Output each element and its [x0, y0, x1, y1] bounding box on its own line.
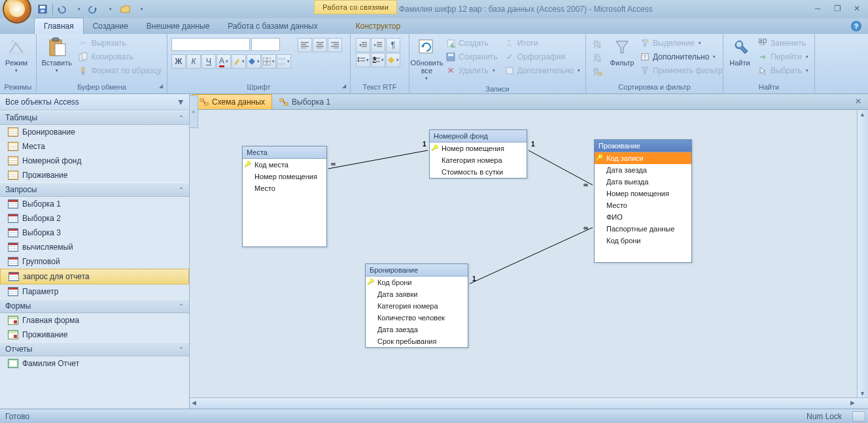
table-field[interactable]: Категория номера: [366, 300, 468, 312]
table-field[interactable]: Дата заявки: [366, 288, 468, 300]
replace-button[interactable]: abЗаменить: [755, 37, 811, 50]
fill-button[interactable]: [247, 54, 261, 69]
table-title[interactable]: Проживание: [595, 140, 691, 152]
save-icon[interactable]: [37, 3, 48, 15]
close-document-button[interactable]: ✕: [855, 97, 864, 106]
nav-header[interactable]: Все объекты Access ⯆: [0, 94, 189, 110]
nav-item[interactable]: Бронирование: [0, 125, 189, 139]
table-field[interactable]: Номер помещения: [430, 143, 527, 154]
font-size-select[interactable]: [251, 38, 280, 51]
table-field[interactable]: Паспортные данные: [595, 223, 691, 235]
goto-button[interactable]: ➜Перейти: [755, 50, 811, 63]
new-record-button[interactable]: +Создать: [443, 37, 500, 50]
alt-row-button[interactable]: [277, 54, 291, 69]
tab-create[interactable]: Создание: [84, 18, 137, 34]
qat-customize-icon[interactable]: [135, 3, 147, 15]
table-field[interactable]: Место: [595, 199, 691, 211]
totals-button[interactable]: ΣИтоги: [502, 37, 583, 50]
indent-increase-button[interactable]: [371, 38, 385, 52]
tab-external-data[interactable]: Внешние данные: [137, 18, 219, 34]
table-title[interactable]: Номерной фонд: [430, 130, 527, 143]
gridlines-button[interactable]: [262, 54, 276, 69]
nav-group-header[interactable]: Запросы: [0, 182, 189, 197]
nav-item[interactable]: Проживание: [0, 328, 189, 342]
relationships-canvas[interactable]: ∞ 1 1 ∞ 1 ∞ МестаКод местаНомер помещени…: [190, 110, 868, 409]
underline-button[interactable]: Ч: [201, 54, 216, 69]
table-field[interactable]: Дата выезда: [595, 176, 691, 188]
redo-dropdown-icon[interactable]: [104, 3, 116, 15]
relationship-table[interactable]: БронированиеКод брониДата заявкиКатегори…: [365, 263, 468, 348]
italic-button[interactable]: К: [186, 54, 201, 69]
indent-decrease-button[interactable]: [356, 38, 370, 52]
nav-item[interactable]: Выборка 3: [0, 226, 189, 240]
undo-icon[interactable]: [57, 3, 69, 15]
nav-item[interactable]: запрос для отчета: [0, 269, 189, 284]
numbering-button[interactable]: 12: [371, 53, 385, 67]
nav-item[interactable]: Места: [0, 139, 189, 154]
nav-item[interactable]: Параметр: [0, 284, 189, 299]
document-tab[interactable]: Схема данных: [192, 94, 272, 109]
table-field[interactable]: Номер помещения: [243, 171, 326, 182]
highlight-button[interactable]: [232, 54, 246, 69]
sort-desc-button[interactable]: ЯА: [590, 52, 606, 65]
save-record-button[interactable]: Сохранить: [443, 50, 500, 63]
table-field[interactable]: Код брони: [595, 235, 691, 246]
table-field[interactable]: ФИО: [595, 211, 691, 223]
nav-item[interactable]: Выборка 1: [0, 197, 189, 211]
table-field[interactable]: Номер помещения: [595, 188, 691, 199]
find-button[interactable]: Найти: [726, 35, 754, 68]
view-switch-button[interactable]: [852, 411, 865, 422]
nav-group-header[interactable]: Формы: [0, 299, 189, 313]
view-button[interactable]: Режим▾: [3, 35, 30, 76]
tab-home[interactable]: Главная: [34, 18, 84, 34]
relationship-table[interactable]: МестаКод местаНомер помещенияМесто: [242, 146, 327, 247]
text-dir-button[interactable]: ¶: [386, 38, 400, 52]
copy-button[interactable]: Копировать: [75, 50, 164, 63]
align-right-button[interactable]: [328, 38, 342, 52]
bullets-button[interactable]: [356, 53, 370, 67]
nav-item[interactable]: Номерной фонд: [0, 154, 189, 168]
font-name-select[interactable]: [171, 38, 250, 51]
table-field[interactable]: Код брони: [366, 277, 468, 288]
nav-item[interactable]: Главная форма: [0, 313, 189, 328]
delete-record-button[interactable]: ✕Удалить: [443, 64, 500, 77]
clear-sort-button[interactable]: АЯ: [590, 65, 606, 78]
redo-icon[interactable]: [88, 3, 100, 15]
table-field[interactable]: Код записи: [595, 152, 691, 164]
tab-design[interactable]: Конструктор: [347, 18, 409, 34]
spelling-button[interactable]: ✓Орфография: [502, 50, 583, 63]
more-records-button[interactable]: Дополнительно: [502, 64, 583, 77]
close-button[interactable]: ✕: [850, 3, 864, 14]
nav-item[interactable]: Проживание: [0, 168, 189, 182]
font-color-button[interactable]: А: [217, 54, 231, 69]
align-center-button[interactable]: [313, 38, 327, 52]
filter-button[interactable]: Фильтр: [608, 35, 636, 68]
table-field[interactable]: Дата заезда: [366, 324, 468, 335]
table-field[interactable]: Дата заезда: [595, 164, 691, 176]
paste-button[interactable]: Вставить▾: [39, 35, 74, 76]
table-field[interactable]: Категория номера: [430, 154, 527, 166]
table-title[interactable]: Места: [243, 146, 326, 159]
open-icon[interactable]: [120, 3, 131, 15]
table-field[interactable]: Стоимость в сутки: [430, 166, 527, 178]
help-icon[interactable]: ?: [851, 21, 861, 31]
relationship-table[interactable]: Номерной фондНомер помещенияКатегория но…: [429, 129, 527, 178]
refresh-all-button[interactable]: Обновить все▾: [412, 35, 442, 84]
nav-item[interactable]: Фамилия Отчет: [0, 356, 189, 371]
bold-button[interactable]: Ж: [171, 54, 186, 69]
table-field[interactable]: Место: [243, 182, 326, 194]
table-field[interactable]: Количество человек: [366, 312, 468, 324]
toggle-filter-button[interactable]: Применить фильтр: [637, 64, 725, 77]
horizontal-scrollbar[interactable]: [190, 398, 868, 409]
nav-group-header[interactable]: Таблицы: [0, 110, 189, 125]
nav-dropdown-icon[interactable]: ⯆: [178, 99, 184, 105]
vertical-scrollbar[interactable]: [857, 110, 868, 398]
nav-item[interactable]: Групповой: [0, 254, 189, 269]
nav-group-header[interactable]: Отчеты: [0, 342, 189, 356]
document-tab[interactable]: Выборка 1: [272, 94, 338, 109]
minimize-button[interactable]: ─: [810, 3, 825, 14]
nav-collapse-button[interactable]: «: [189, 95, 198, 128]
undo-dropdown-icon[interactable]: [73, 3, 84, 15]
relationship-table[interactable]: ПроживаниеКод записиДата заездаДата выез…: [594, 139, 692, 263]
select-button[interactable]: Выбрать: [755, 64, 811, 77]
